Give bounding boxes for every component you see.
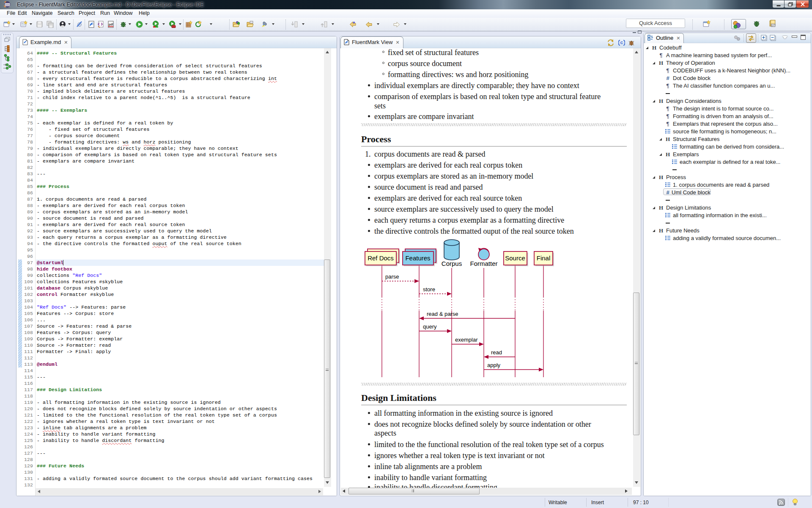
svg-text:Source: Source xyxy=(505,254,525,262)
svg-text:Features: Features xyxy=(405,254,430,262)
svg-text:read & parse: read & parse xyxy=(427,311,458,317)
svg-text:store: store xyxy=(423,286,435,293)
svg-text:parse: parse xyxy=(385,273,399,280)
svg-text:GIT: GIT xyxy=(771,25,775,27)
svg-text:Formatter: Formatter xyxy=(470,260,497,267)
svg-text:Corpus: Corpus xyxy=(442,260,462,267)
svg-text:exemplar: exemplar xyxy=(455,337,478,343)
svg-text:Ref Docs: Ref Docs xyxy=(368,254,394,262)
svg-text:read: read xyxy=(491,349,502,356)
svg-text:Final: Final xyxy=(537,254,551,262)
svg-text:pdf: pdf xyxy=(109,23,113,26)
svg-text:apply: apply xyxy=(487,362,501,368)
svg-text:C: C xyxy=(620,41,623,45)
svg-text:query: query xyxy=(423,323,437,330)
